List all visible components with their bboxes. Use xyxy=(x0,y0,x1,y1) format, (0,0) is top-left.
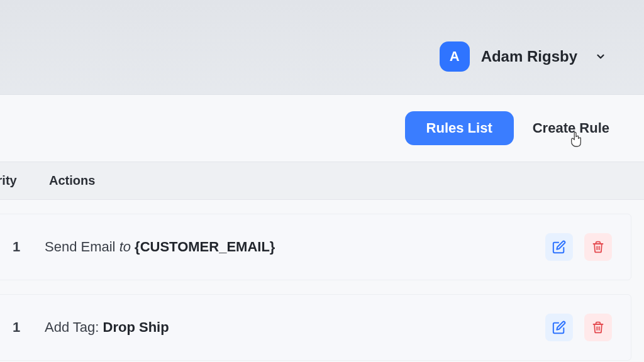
edit-icon xyxy=(552,321,566,334)
tab-create-rule-label: Create Rule xyxy=(533,120,609,136)
app-header: A Adam Rigsby xyxy=(0,0,644,94)
rule-description: Send Email to {CUSTOMER_EMAIL} xyxy=(45,239,545,255)
trash-icon xyxy=(592,321,604,334)
user-menu[interactable]: A Adam Rigsby xyxy=(440,41,606,72)
rule-text-bold: {CUSTOMER_EMAIL} xyxy=(135,239,275,255)
rule-text-bold: Drop Ship xyxy=(103,319,169,335)
column-header-actions: Actions xyxy=(44,173,644,188)
tab-create-rule[interactable]: Create Rule xyxy=(533,120,609,136)
column-header-priority: riority xyxy=(0,173,44,188)
table-row: 1 Add Tag: Drop Ship xyxy=(0,294,631,361)
rule-text-mid: to xyxy=(119,239,135,255)
content-panel: Rules List Create Rule riority Actions 1… xyxy=(0,94,644,362)
trash-icon xyxy=(592,241,604,253)
edit-button[interactable] xyxy=(545,233,573,261)
table-row: 1 Send Email to {CUSTOMER_EMAIL} xyxy=(0,214,631,280)
user-name: Adam Rigsby xyxy=(481,48,577,65)
row-actions xyxy=(545,314,612,341)
tabs-toolbar: Rules List Create Rule xyxy=(0,95,644,162)
table-header: riority Actions xyxy=(0,162,644,200)
chevron-down-icon xyxy=(595,51,606,62)
edit-icon xyxy=(552,240,566,254)
rule-text-prefix: Send Email xyxy=(45,239,119,255)
priority-value: 1 xyxy=(0,239,45,255)
rule-description: Add Tag: Drop Ship xyxy=(45,319,545,336)
priority-value: 1 xyxy=(0,319,45,336)
rule-text-prefix: Add Tag: xyxy=(45,319,103,335)
edit-button[interactable] xyxy=(545,314,573,341)
delete-button[interactable] xyxy=(584,314,612,341)
delete-button[interactable] xyxy=(584,233,612,261)
tab-rules-list[interactable]: Rules List xyxy=(405,111,514,145)
row-actions xyxy=(545,233,612,261)
avatar: A xyxy=(440,41,470,72)
